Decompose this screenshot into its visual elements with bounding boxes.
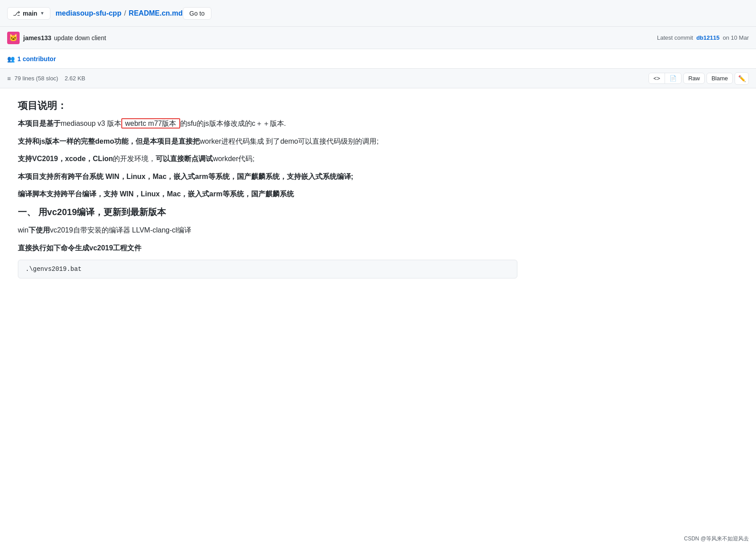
para3-rest: 的开发环境， (113, 155, 156, 162)
commit-meta-prefix: Latest commit (657, 34, 693, 41)
para2-bold: 支持和js版本一样的完整demo功能，但是本项目是直接把 (18, 137, 200, 145)
contributor-text: 1 contributor (17, 55, 56, 62)
para6-bold: 下使用 (29, 226, 50, 234)
para1-normal1: mediasoup v3 版本 (61, 120, 121, 127)
contributor-bar: 👥 1 contributor (0, 49, 756, 69)
para3-bold2: 可以直接断点调试 (156, 155, 213, 162)
file-view-button[interactable]: 📄 (665, 73, 681, 83)
top-bar: ⎇ main ▼ mediasoup-sfu-cpp / README.cn.m… (0, 0, 756, 27)
file-stats: 79 lines (58 sloc) 2.62 KB (14, 75, 649, 82)
edit-button[interactable]: ✏️ (735, 72, 749, 85)
para5: 编译脚本支持跨平台编译，支持 WIN，Linux，Mac，嵌入式arm等系统，国… (18, 188, 517, 200)
para6: win下使用vc2019自带安装的编译器 LLVM-clang-cl编译 (18, 224, 517, 236)
commit-bar: 🐱 james133 update down client Latest com… (0, 27, 756, 49)
code-icon: <> (653, 75, 660, 82)
file-size: 2.62 KB (65, 75, 85, 82)
file-info-bar: ≡ 79 lines (58 sloc) 2.62 KB <> 📄 Raw Bl… (0, 69, 756, 88)
commit-message: update down client (54, 34, 657, 42)
para3-bold: 支持VC2019，xcode，CLion (18, 155, 113, 162)
para6-rest: vc2019自带安装的编译器 LLVM-clang-cl编译 (50, 226, 191, 234)
para6-prefix: win (18, 226, 29, 234)
para1: 本项目是基于mediasoup v3 版本 webrtc m77版本 的sfu的… (18, 118, 517, 129)
file-icon: 📄 (669, 75, 677, 82)
repo-link[interactable]: mediasoup-sfu-cpp (56, 9, 122, 17)
section1-title: 项目说明： (18, 99, 517, 112)
raw-button[interactable]: Raw (683, 73, 705, 84)
contributor-icon: 👥 (7, 55, 15, 62)
code-view-button[interactable]: <> (649, 73, 665, 83)
para2-rest: worker进程代码集成 到了demo可以直接代码级别的调用; (200, 137, 379, 145)
para1-highlighted: webrtc m77版本 (121, 118, 180, 129)
breadcrumb-file: README.cn.md (129, 9, 183, 17)
para5-bold: 编译脚本支持跨平台编译，支持 WIN，Linux，Mac，嵌入式arm等系统，国… (18, 190, 294, 198)
para3: 支持VC2019，xcode，CLion的开发环境，可以直接断点调试workde… (18, 153, 517, 165)
branch-name: main (23, 10, 37, 17)
breadcrumb-separator: / (124, 9, 126, 17)
para4-bold: 本项目支持所有跨平台系统 WIN，Linux，Mac，嵌入式arm等系统，国产麒… (18, 173, 353, 180)
para4: 本项目支持所有跨平台系统 WIN，Linux，Mac，嵌入式arm等系统，国产麒… (18, 171, 517, 183)
commit-meta: Latest commit db12115 on 10 Mar (657, 34, 749, 41)
section2-title: 一、 用vc2019编译，更新到最新版本 (18, 206, 517, 218)
para2: 支持和js版本一样的完整demo功能，但是本项目是直接把worker进程代码集成… (18, 136, 517, 147)
branch-icon: ⎇ (13, 10, 20, 17)
code-display-group: <> 📄 (649, 73, 682, 84)
blame-button[interactable]: Blame (706, 73, 733, 84)
para7-bold: 直接执行如下命令生成vc2019工程文件 (18, 244, 141, 252)
branch-selector[interactable]: ⎇ main ▼ (7, 7, 50, 20)
avatar: 🐱 (7, 32, 20, 44)
para1-normal2: 的sfu的js版本修改成的c＋＋版本. (180, 120, 286, 127)
para7: 直接执行如下命令生成vc2019工程文件 (18, 242, 517, 254)
para1-prefix-bold: 本项目是基于 (18, 120, 61, 127)
commit-hash[interactable]: db12115 (696, 34, 719, 41)
commit-date: on 10 Mar (723, 34, 749, 41)
edit-icon: ✏️ (738, 75, 746, 82)
avatar-emoji: 🐱 (9, 33, 18, 42)
code-block-1: .\genvs2019.bat (18, 260, 517, 278)
chevron-down-icon: ▼ (40, 11, 45, 16)
main-content: 项目说明： 本项目是基于mediasoup v3 版本 webrtc m77版本… (0, 88, 535, 300)
goto-button[interactable]: Go to (183, 7, 211, 20)
breadcrumb: mediasoup-sfu-cpp / README.cn.md (56, 9, 183, 17)
commit-author[interactable]: james133 (23, 34, 51, 42)
code-content-1: .\genvs2019.bat (25, 266, 82, 273)
file-toolbar: <> 📄 Raw Blame ✏️ (649, 72, 749, 85)
para3-rest2: workder代码; (213, 155, 254, 162)
file-lines: 79 lines (58 sloc) (14, 75, 58, 82)
lines-icon: ≡ (7, 75, 11, 82)
contributor-count[interactable]: 1 contributor (17, 55, 56, 62)
